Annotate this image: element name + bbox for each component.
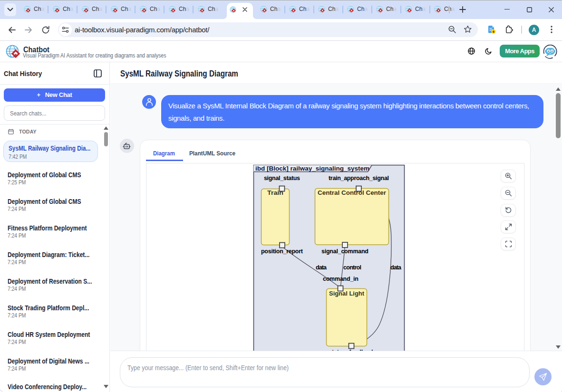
svg-text:command_in: command_in (323, 276, 359, 282)
svg-text:data: data (316, 264, 327, 271)
svg-text:signal_command: signal_command (321, 248, 368, 255)
svg-text:train_approach_signal: train_approach_signal (329, 175, 389, 182)
svg-text:Central Control Center: Central Control Center (318, 190, 386, 196)
svg-text:signal_status: signal_status (264, 175, 300, 182)
svg-text:Signal Light: Signal Light (329, 290, 365, 297)
svg-text:position_report: position_report (261, 248, 303, 255)
svg-text:control: control (343, 264, 361, 271)
svg-text:ibd [Block] railway_signaling_: ibd [Block] railway_signaling_system (255, 165, 369, 172)
svg-text:data: data (390, 264, 402, 271)
